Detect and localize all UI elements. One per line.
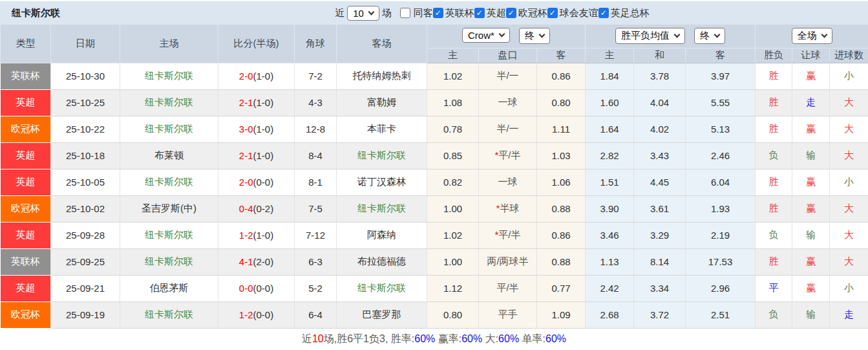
match-outcome: 胜	[756, 116, 792, 142]
avg-draw-odds: 4.04	[634, 89, 686, 116]
avg-draw-odds: 4.02	[634, 116, 686, 142]
odds-avg-select[interactable]: 胜平负均值	[615, 28, 685, 44]
match-row: 英超25-10-05纽卡斯尔联2-0(0-0)8-1诺丁汉森林0.82一球1.0…	[1, 169, 868, 195]
handicap-outcome: 走	[792, 89, 830, 116]
summary-segment: 赢率:	[435, 333, 461, 346]
avg-lose-odds: 5.55	[686, 89, 756, 116]
competition-badge: 英联杯	[1, 248, 51, 275]
chevron-down-icon	[714, 32, 721, 38]
competition-badge: 欧冠杯	[1, 195, 51, 222]
handicap-line: 半/一	[479, 116, 537, 142]
score-cell: 0-0(0-0)	[218, 275, 295, 301]
away-team: 托特纳姆热刺	[337, 63, 427, 89]
avg-win-odds: 1.13	[586, 248, 634, 275]
page-title: 纽卡斯尔联	[12, 7, 60, 19]
avg-win-odds: 1.84	[586, 63, 634, 89]
half-time-score: (1-0)	[253, 97, 274, 108]
match-date: 25-09-25	[51, 248, 120, 275]
chevron-down-icon	[539, 32, 545, 38]
score-cell: 2-1(1-0)	[218, 89, 295, 116]
match-row: 英超25-10-18布莱顿2-1(1-0)8-4纽卡斯尔联0.85*平/半1.0…	[1, 142, 868, 169]
corners: 12-8	[295, 116, 337, 142]
goals-outcome: 大	[830, 116, 868, 142]
home-team: 纽卡斯尔联	[120, 63, 218, 89]
half-time-score: (2-0)	[253, 256, 274, 267]
checkbox-checked-icon[interactable]	[506, 8, 516, 18]
checkbox-checked-icon[interactable]	[598, 8, 609, 18]
away-team: 阿森纳	[337, 222, 427, 248]
competition-filters: 同客英联杯英超欧冠杯球会友谊英足总杯	[394, 7, 650, 19]
corners: 8-4	[295, 142, 337, 169]
match-date: 25-09-28	[51, 222, 120, 248]
odds-time-select[interactable]: 终	[694, 28, 725, 44]
home-team: 纽卡斯尔联	[120, 169, 218, 195]
match-date: 25-10-22	[51, 116, 120, 142]
avg-lose-odds: 2.19	[686, 222, 756, 248]
score-cell: 4-1(2-0)	[218, 248, 295, 275]
match-date: 25-10-25	[51, 89, 120, 116]
filter-checkbox-competition-5[interactable]: 英足总杯	[598, 7, 650, 19]
checkbox-checked-icon[interactable]	[433, 8, 443, 18]
header-type: 类型	[1, 25, 51, 63]
handicap-home-odds: 0.85	[427, 142, 479, 169]
half-time-score: (0-0)	[253, 177, 274, 188]
match-date: 25-09-19	[51, 301, 120, 328]
recent-count-select[interactable]: 10	[347, 6, 379, 21]
goals-outcome: 大	[830, 142, 868, 169]
handicap-text: 平/半	[498, 149, 520, 160]
handicap-company-select[interactable]: Crow*	[462, 28, 510, 43]
subheader-handicap-line: 盘口	[479, 48, 537, 63]
result-scope-select[interactable]: 全场	[792, 28, 832, 44]
competition-badge: 英超	[1, 275, 51, 301]
handicap-away-odds: 0.86	[537, 63, 586, 89]
header-home: 主场	[120, 25, 218, 63]
summary-segment: 60%	[545, 333, 566, 345]
checkbox-label: 球会友谊	[560, 7, 598, 19]
avg-lose-odds: 2.51	[686, 301, 756, 328]
chevron-down-icon	[498, 31, 505, 38]
summary-segment: 60%	[461, 333, 482, 345]
filter-checkbox-same-venue[interactable]: 同客	[400, 7, 433, 19]
handicap-text: 一球	[498, 96, 518, 107]
header-away: 客场	[337, 25, 427, 63]
filter-checkbox-competition-3[interactable]: 欧冠杯	[506, 7, 547, 19]
subheader-outcome: 胜负	[756, 48, 792, 63]
handicap-home-odds: 1.02	[427, 63, 479, 89]
away-team: 诺丁汉森林	[337, 169, 427, 195]
filter-checkbox-competition-4[interactable]: 球会友谊	[547, 7, 598, 19]
handicap-outcome: 赢	[792, 195, 830, 222]
filter-checkbox-competition-1[interactable]: 英联杯	[433, 7, 474, 19]
handicap-home-odds: 1.02	[427, 222, 479, 248]
subheader-odds-draw: 和	[634, 48, 686, 63]
goals-outcome: 小	[830, 169, 868, 195]
score-cell: 0-4(0-2)	[218, 195, 295, 222]
goals-outcome: 小	[830, 275, 868, 301]
handicap-time-select[interactable]: 终	[519, 28, 550, 44]
odds-header-group: 胜平负均值 终	[586, 25, 756, 48]
match-row: 英超25-09-21伯恩茅斯0-0(0-0)5-2纽卡斯尔联1.12平/半0.7…	[1, 275, 868, 301]
full-time-score: 4-1	[239, 256, 253, 267]
home-team: 纽卡斯尔联	[120, 222, 218, 248]
summary-segment: 大:	[482, 333, 498, 346]
checkbox-checked-icon[interactable]	[474, 8, 485, 18]
home-team: 布莱顿	[120, 142, 218, 169]
away-team: 本菲卡	[337, 116, 427, 142]
chevron-down-icon	[368, 8, 374, 15]
score-cell: 2-0(0-0)	[218, 169, 295, 195]
handicap-line: 平手	[479, 301, 537, 328]
half-time-score: (0-2)	[253, 203, 274, 214]
handicap-line: *平/半	[479, 222, 537, 248]
handicap-text: 平手	[498, 309, 518, 320]
avg-draw-odds: 3.72	[634, 301, 686, 328]
score-cell: 3-0(1-0)	[218, 116, 295, 142]
full-time-score: 0-4	[239, 203, 253, 214]
home-team: 伯恩茅斯	[120, 275, 218, 301]
checkbox-unchecked-icon[interactable]	[400, 8, 410, 18]
checkbox-checked-icon[interactable]	[547, 8, 558, 18]
handicap-away-odds: 1.09	[537, 301, 586, 328]
filter-checkbox-competition-2[interactable]: 英超	[474, 7, 506, 19]
avg-win-odds: 1.51	[586, 169, 634, 195]
summary-segment: 60%	[414, 333, 435, 345]
away-team: 纽卡斯尔联	[337, 142, 427, 169]
avg-draw-odds: 3.29	[634, 222, 686, 248]
